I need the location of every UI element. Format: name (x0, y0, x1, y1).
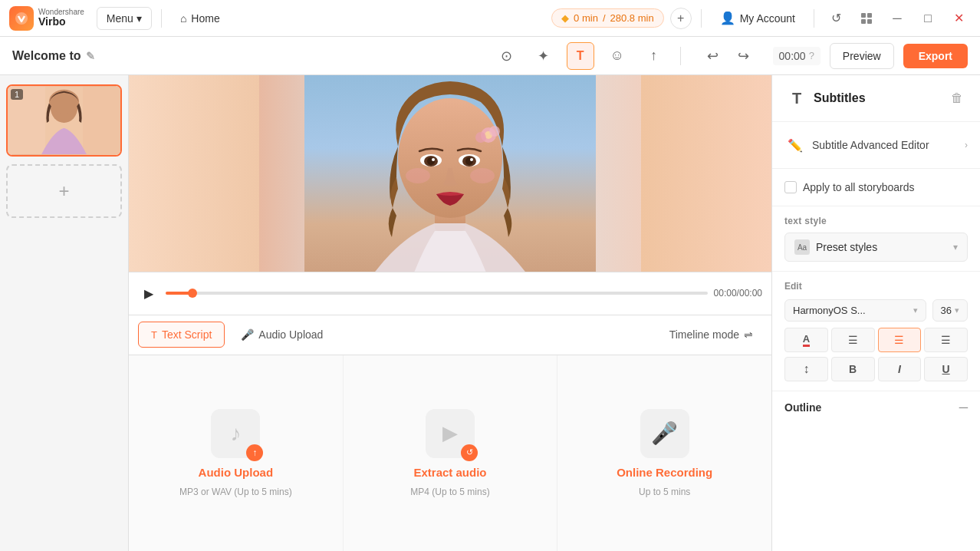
account-button[interactable]: 👤 My Account (711, 6, 804, 30)
home-button[interactable]: ⌂ Home (171, 8, 229, 29)
canvas-bg (129, 75, 771, 272)
close-button[interactable]: ✕ (946, 6, 971, 31)
audio-upload-subtitle: MP3 or WAV (Up to 5 mins) (179, 487, 292, 497)
bold-button[interactable]: B (831, 357, 875, 381)
minimize-button[interactable]: ─ (885, 6, 909, 31)
svg-point-17 (406, 168, 430, 183)
maximize-button[interactable]: □ (916, 6, 940, 31)
play-button[interactable]: ▶ (138, 282, 159, 304)
time-used: 0 min (574, 12, 598, 24)
outline-title: Outline (784, 401, 959, 414)
align-right-button[interactable]: ☰ (924, 328, 968, 352)
italic-icon: I (898, 363, 901, 375)
subtitle-bar: Welcome to ✎ ⊙ ✦ T ☺ ↑ ↩ ↪ 00:00 ? Previ… (0, 37, 980, 75)
apply-to-all-checkbox[interactable] (784, 181, 797, 193)
project-title-area: Welcome to ✎ (12, 49, 95, 63)
export-button[interactable]: Export (903, 44, 968, 68)
divider-1 (161, 9, 162, 28)
add-storyboard-button[interactable]: + (6, 164, 122, 218)
align-center-button[interactable]: ☰ (878, 328, 922, 352)
subtitle-advanced-editor-row[interactable]: ✏️ Subtitle Advanced Editor › (784, 131, 968, 159)
refresh-icon: ↺ (831, 11, 841, 25)
audio-upload-option[interactable]: ♪ ↑ Audio Upload MP3 or WAV (Up to 5 min… (129, 355, 344, 552)
text-script-tab[interactable]: T Text Script (138, 322, 225, 348)
video-icon: ▶ (442, 421, 458, 445)
text-tool-button[interactable]: T (567, 42, 594, 70)
smart-cutout-button[interactable]: ✦ (530, 42, 557, 70)
refresh-icon-button[interactable]: ↺ (824, 6, 848, 31)
time-badge: ◆ 0 min / 280.8 min (551, 8, 664, 28)
storyboard-panel: 1 + (0, 75, 129, 551)
font-size-select[interactable]: 36 ▾ (932, 299, 968, 322)
svg-point-0 (15, 12, 28, 25)
edit-title-icon[interactable]: ✎ (86, 50, 95, 62)
extract-badge-icon: ↺ (461, 444, 478, 461)
menu-button[interactable]: Menu ▾ (97, 7, 152, 30)
apply-to-all-row[interactable]: Apply to all storyboards (784, 178, 968, 196)
export-label: Export (919, 50, 952, 62)
storyboard-thumb-1 (8, 86, 120, 155)
filter-tool-button[interactable]: ↑ (640, 42, 668, 70)
online-recording-subtitle: Up to 5 mins (639, 487, 690, 497)
svg-rect-3 (83, 87, 120, 154)
storyboard-num-1: 1 (11, 89, 23, 100)
redo-button[interactable]: ↪ (730, 42, 758, 70)
time-value: 00:00 (779, 50, 806, 62)
preview-button[interactable]: Preview (830, 43, 894, 69)
pencil-icon: ✏️ (784, 134, 806, 156)
grid-icon-button[interactable] (854, 6, 879, 31)
filter-icon: ↑ (650, 48, 657, 64)
audio-upload-title: Audio Upload (199, 466, 274, 479)
audio-upload-icon-wrapper: ♪ ↑ (211, 409, 260, 458)
music-icon: ♪ (230, 421, 241, 446)
add-storyboard-icon: + (58, 180, 69, 202)
account-label: My Account (740, 12, 795, 25)
account-icon: 👤 (720, 11, 735, 25)
format-row: ↕ B I U (784, 357, 968, 381)
align-right-icon: ☰ (941, 334, 951, 346)
online-recording-option[interactable]: 🎤 Online Recording Up to 5 mins (557, 355, 771, 552)
align-left-button[interactable]: ☰ (831, 328, 875, 352)
font-select-dropdown[interactable]: HarmonyOS S... ▾ (784, 299, 926, 322)
undo-redo-group: ↩ ↪ (699, 42, 758, 70)
menu-label: Menu (107, 12, 133, 25)
sticker-tool-button[interactable]: ☺ (603, 42, 631, 70)
progress-bar[interactable] (166, 292, 708, 295)
extract-audio-option[interactable]: ▶ ↺ Extract audio MP4 (Up to 5 mins) (344, 355, 558, 552)
preset-styles-dropdown[interactable]: Aa Preset styles ▾ (784, 233, 968, 262)
undo-button[interactable]: ↩ (699, 42, 727, 70)
media-tool-button[interactable]: ⊙ (493, 42, 521, 70)
add-time-button[interactable]: + (670, 8, 692, 29)
timeline-mode-button[interactable]: Timeline mode ⇌ (660, 322, 762, 347)
product-name: Virbo (38, 16, 84, 28)
outline-section[interactable]: Outline ─ (772, 391, 980, 424)
bottom-tabs: T Text Script 🎤 Audio Upload Timeline mo… (129, 315, 771, 355)
preview-label: Preview (843, 50, 881, 62)
text-icon: T (577, 49, 584, 63)
underline-button[interactable]: U (924, 357, 968, 381)
time-total: 280.8 min (610, 12, 654, 24)
help-icon: ? (809, 50, 814, 61)
audio-upload-tab-icon: 🎤 (241, 328, 254, 341)
trash-icon: 🗑 (951, 91, 963, 105)
italic-button[interactable]: I (878, 357, 922, 381)
text-style-section: text style Aa Preset styles ▾ (772, 206, 980, 272)
svg-point-21 (475, 132, 486, 143)
storyboard-item-1[interactable]: 1 (6, 84, 122, 157)
media-icon: ⊙ (501, 48, 512, 64)
divider-3 (814, 9, 814, 28)
audio-upload-tab[interactable]: 🎤 Audio Upload (228, 322, 336, 348)
font-size-text: 36 (941, 305, 952, 316)
time-separator: / (603, 12, 606, 24)
logo-area: Wondershare Virbo (9, 6, 84, 31)
minimize-icon: ─ (893, 12, 901, 25)
edit-controls: HarmonyOS S... ▾ 36 ▾ (784, 299, 968, 322)
svg-point-16 (470, 158, 473, 161)
text-color-button[interactable]: A (784, 328, 828, 352)
online-recording-icon-wrapper: 🎤 (640, 409, 689, 458)
delete-subtitle-button[interactable]: 🗑 (946, 87, 968, 109)
subtitle-advanced-editor-label: Subtitle Advanced Editor (812, 139, 959, 151)
main-area: 1 + (0, 75, 980, 551)
diamond-icon: ◆ (561, 12, 569, 24)
line-height-button[interactable]: ↕ (784, 357, 828, 381)
